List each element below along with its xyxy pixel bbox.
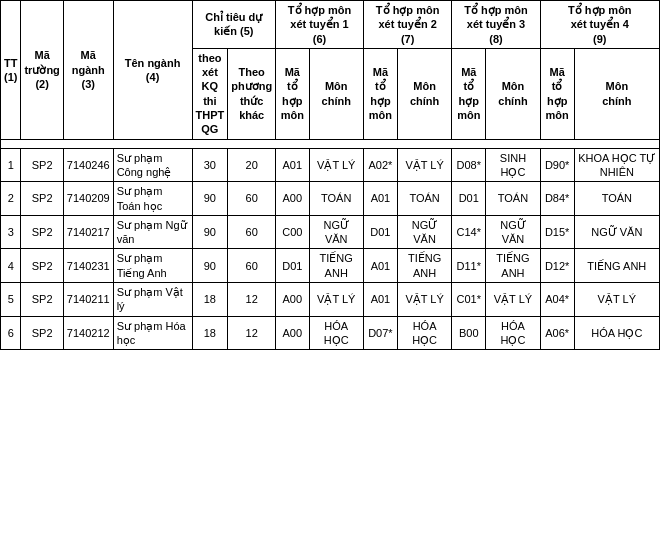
cell-mon-chinh-2: NGỮ VĂN [397, 215, 451, 249]
cell-mon-chinh-2: TOÁN [397, 182, 451, 216]
cell-ma-to-hop-1: A00 [276, 316, 309, 350]
cell-chi-tieu-khac: 12 [228, 316, 276, 350]
table-row: 1SP27140246Sư phạm Công nghệ3020A01VẬT L… [1, 148, 660, 182]
cell-ma-to-hop-4: D12* [540, 249, 574, 283]
cell-ten-nganh: Sư phạm Tiếng Anh [113, 249, 192, 283]
cell-ten-nganh: Sư phạm Vật lý [113, 283, 192, 317]
cell-chi-tieu-khac: 60 [228, 182, 276, 216]
table-row: 5SP27140211Sư phạm Vật lý1812A00VẬT LÝA0… [1, 283, 660, 317]
cell-ma-to-hop-2: A01 [363, 249, 397, 283]
cell-chi-tieu-thpt: 90 [192, 249, 228, 283]
table-row: 3SP27140217Sư phạm Ngữ văn9060C00NGỮ VĂN… [1, 215, 660, 249]
cell-mon-chinh-1: VẬT LÝ [309, 148, 363, 182]
cell-ma-to-hop-2: A02* [363, 148, 397, 182]
cell-ma-to-hop-4: D84* [540, 182, 574, 216]
cell-mon-chinh-1: VẬT LÝ [309, 283, 363, 317]
cell-mon-chinh-4: TIẾNG ANH [574, 249, 659, 283]
cell-mon-chinh-1: TIẾNG ANH [309, 249, 363, 283]
cell-chi-tieu-thpt: 90 [192, 182, 228, 216]
header-mon-chinh-4: Mônchính [574, 48, 659, 139]
cell-mon-chinh-4: TOÁN [574, 182, 659, 216]
cell-ma-to-hop-4: D90* [540, 148, 574, 182]
cell-ma-to-hop-1: A01 [276, 148, 309, 182]
header-ma-to-hop-4: Mã tổhợpmôn [540, 48, 574, 139]
cell-ma-to-hop-4: A04* [540, 283, 574, 317]
cell-ma-truong: SP2 [21, 148, 63, 182]
cell-chi-tieu-thpt: 90 [192, 215, 228, 249]
cell-tt: 3 [1, 215, 21, 249]
cell-mon-chinh-1: NGỮ VĂN [309, 215, 363, 249]
header-to-hop-3: Tổ hợp mônxét tuyển 3(8) [452, 1, 540, 49]
table-row: 4SP27140231Sư phạm Tiếng Anh9060D01TIẾNG… [1, 249, 660, 283]
cell-mon-chinh-4: NGỮ VĂN [574, 215, 659, 249]
cell-ma-nganh: 7140211 [63, 283, 113, 317]
cell-mon-chinh-3: HÓA HỌC [486, 316, 540, 350]
cell-ma-to-hop-3: C14* [452, 215, 486, 249]
cell-mon-chinh-4: VẬT LÝ [574, 283, 659, 317]
cell-mon-chinh-1: TOÁN [309, 182, 363, 216]
cell-ten-nganh: Sư phạm Công nghệ [113, 148, 192, 182]
table-row: 6SP27140212Sư phạm Hóa học1812A00HÓA HỌC… [1, 316, 660, 350]
header-to-hop-1: Tổ hợp mônxét tuyển 1(6) [276, 1, 364, 49]
cell-ma-to-hop-3: D01 [452, 182, 486, 216]
header-ma-to-hop-2: Mã tổhợpmôn [363, 48, 397, 139]
cell-ma-to-hop-1: C00 [276, 215, 309, 249]
cell-ma-to-hop-1: A00 [276, 283, 309, 317]
cell-mon-chinh-3: NGỮ VĂN [486, 215, 540, 249]
header-ma-nganh: Mãngành(3) [63, 1, 113, 140]
header-ma-truong: Mãtrường(2) [21, 1, 63, 140]
cell-chi-tieu-thpt: 30 [192, 148, 228, 182]
cell-tt: 6 [1, 316, 21, 350]
header-ma-to-hop-3: Mã tổhợpmôn [452, 48, 486, 139]
cell-ma-truong: SP2 [21, 283, 63, 317]
header-row-1: TT(1) Mãtrường(2) Mãngành(3) Tên ngành(4… [1, 1, 660, 49]
cell-mon-chinh-2: TIẾNG ANH [397, 249, 451, 283]
cell-mon-chinh-2: VẬT LÝ [397, 148, 451, 182]
cell-mon-chinh-4: KHOA HỌC TỰ NHIÊN [574, 148, 659, 182]
cell-ma-nganh: 7140246 [63, 148, 113, 182]
header-tt: TT(1) [1, 1, 21, 140]
cell-ma-to-hop-3: D11* [452, 249, 486, 283]
section-header-row [1, 139, 660, 148]
cell-tt: 1 [1, 148, 21, 182]
cell-ma-nganh: 7140217 [63, 215, 113, 249]
cell-ma-to-hop-2: A01 [363, 283, 397, 317]
header-ten-nganh: Tên ngành(4) [113, 1, 192, 140]
table-row: 2SP27140209Sư phạm Toán học9060A00TOÁNA0… [1, 182, 660, 216]
header-mon-chinh-2: Mônchính [397, 48, 451, 139]
cell-tt: 5 [1, 283, 21, 317]
cell-mon-chinh-1: HÓA HỌC [309, 316, 363, 350]
header-to-hop-4: Tổ hợp mônxét tuyển 4(9) [540, 1, 659, 49]
cell-chi-tieu-thpt: 18 [192, 316, 228, 350]
cell-ma-to-hop-3: C01* [452, 283, 486, 317]
cell-ma-to-hop-3: B00 [452, 316, 486, 350]
cell-mon-chinh-4: HÓA HỌC [574, 316, 659, 350]
cell-ma-nganh: 7140231 [63, 249, 113, 283]
cell-ma-to-hop-4: D15* [540, 215, 574, 249]
cell-ma-to-hop-4: A06* [540, 316, 574, 350]
cell-mon-chinh-3: TOÁN [486, 182, 540, 216]
cell-chi-tieu-khac: 60 [228, 215, 276, 249]
header-ma-to-hop-1: Mã tổhợpmôn [276, 48, 309, 139]
cell-ma-to-hop-2: D01 [363, 215, 397, 249]
header-phuong-thuc: Theophươngthứckhác [228, 48, 276, 139]
cell-tt: 4 [1, 249, 21, 283]
cell-ma-truong: SP2 [21, 316, 63, 350]
header-to-hop-2: Tổ hợp mônxét tuyển 2(7) [363, 1, 451, 49]
cell-chi-tieu-khac: 60 [228, 249, 276, 283]
header-mon-chinh-1: Mônchính [309, 48, 363, 139]
cell-mon-chinh-2: HÓA HỌC [397, 316, 451, 350]
cell-ma-to-hop-1: A00 [276, 182, 309, 216]
cell-mon-chinh-2: VẬT LÝ [397, 283, 451, 317]
cell-ma-nganh: 7140212 [63, 316, 113, 350]
header-thpt: theoxétKQthiTHPTQG [192, 48, 228, 139]
cell-ma-to-hop-1: D01 [276, 249, 309, 283]
cell-ten-nganh: Sư phạm Hóa học [113, 316, 192, 350]
cell-ma-truong: SP2 [21, 249, 63, 283]
cell-chi-tieu-khac: 12 [228, 283, 276, 317]
cell-ma-to-hop-2: A01 [363, 182, 397, 216]
cell-ma-to-hop-3: D08* [452, 148, 486, 182]
cell-ten-nganh: Sư phạm Toán học [113, 182, 192, 216]
cell-ma-truong: SP2 [21, 215, 63, 249]
cell-mon-chinh-3: VẬT LÝ [486, 283, 540, 317]
